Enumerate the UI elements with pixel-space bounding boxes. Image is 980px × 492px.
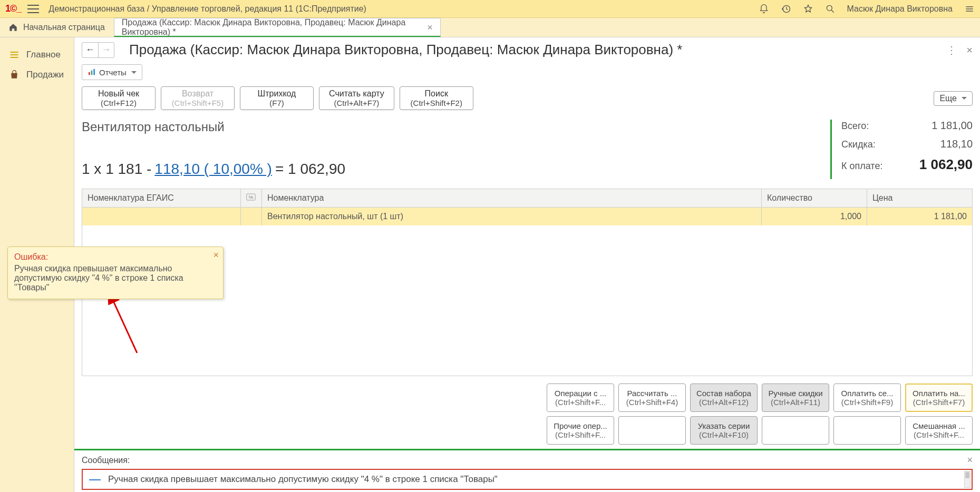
calc-line: 1 х 1 181 - 118,10 ( 10,00% ) = 1 062,90 <box>82 161 830 178</box>
sidebar-item-label: Главное <box>26 50 61 60</box>
action-button-1-0[interactable]: Прочие опер...(Ctrl+Shift+F... <box>547 416 614 445</box>
action-label: Смешанная ... <box>913 421 965 430</box>
user-menu-icon[interactable] <box>964 4 975 14</box>
action-shortcut: (Ctrl+Shift+F9) <box>841 398 893 407</box>
action-label: Рассчитать ... <box>627 389 677 398</box>
action-label: Прочие опер... <box>554 421 607 430</box>
action-button-0-4[interactable]: Оплатить се...(Ctrl+Shift+F9) <box>833 383 901 412</box>
sidebar-item-main[interactable]: Главное <box>0 45 74 65</box>
btn-shortcut: (Ctrl+Alt+F7) <box>329 99 384 107</box>
nav-forward-button[interactable]: → <box>98 43 114 57</box>
discount-link[interactable]: 118,10 ( 10,00% ) <box>154 161 272 178</box>
action-shortcut: (Ctrl+Shift+F... <box>555 430 606 439</box>
toolbar-button-2[interactable]: Штрихкод(F7) <box>240 86 314 110</box>
messages-scrollbar[interactable] <box>964 471 971 488</box>
discount-label: Скидка: <box>841 139 876 150</box>
action-shortcut: (Ctrl+Shift+F... <box>914 430 964 439</box>
action-shortcut: (Ctrl+Shift+F7) <box>913 398 965 407</box>
action-button-0-3[interactable]: Ручные скидки(Ctrl+Alt+F11) <box>762 383 829 412</box>
dropdown-caret-icon <box>962 97 967 100</box>
total-label: Всего: <box>841 121 869 132</box>
th-number[interactable]: № <box>240 189 261 207</box>
calc-prefix: 1 х 1 181 - <box>82 161 151 178</box>
btn-label: Считать карту <box>329 89 384 99</box>
th-egais[interactable]: Номенклатура ЕГАИС <box>82 189 240 207</box>
action-label: Ручные скидки <box>768 389 822 398</box>
th-price[interactable]: Цена <box>867 189 972 207</box>
action-button-0-1[interactable]: Рассчитать ...(Ctrl+Shift+F4) <box>618 383 686 412</box>
tab-close-icon[interactable]: × <box>427 23 433 32</box>
message-text: Ручная скидка превышает максимально допу… <box>108 474 498 485</box>
messages-panel: Сообщения: × — Ручная скидка превышает м… <box>74 449 980 492</box>
messages-close-icon[interactable]: × <box>967 455 973 466</box>
reports-label: Отчеты <box>99 68 127 77</box>
reports-button[interactable]: Отчеты <box>82 64 142 80</box>
tab-sale-label: Продажа (Кассир: Масюк Динара Викторовна… <box>122 18 422 37</box>
app-topbar: 1©_ Демонстрационная база / Управление т… <box>0 0 980 18</box>
action-button-1-1 <box>618 416 686 445</box>
bell-icon[interactable] <box>759 4 769 14</box>
action-button-0-2[interactable]: Состав набора(Ctrl+Alt+F12) <box>690 383 758 412</box>
th-nomenclature[interactable]: Номенклатура <box>261 189 761 207</box>
svg-rect-9 <box>91 71 93 75</box>
list-icon <box>8 49 20 61</box>
action-button-1-2[interactable]: Указать серии(Ctrl+Alt+F10) <box>690 416 758 445</box>
action-button-1-5[interactable]: Смешанная ...(Ctrl+Shift+F... <box>905 416 973 445</box>
svg-point-1 <box>827 5 832 11</box>
action-button-1-4 <box>833 416 901 445</box>
action-label: Состав набора <box>696 389 751 398</box>
toolbar-button-0[interactable]: Новый чек(Ctrl+F12) <box>82 86 156 110</box>
table-row[interactable]: Вентилятор настольный, шт (1 шт)1,0001 1… <box>82 208 972 225</box>
tab-sale[interactable]: Продажа (Кассир: Масюк Динара Викторовна… <box>114 18 441 37</box>
tab-bar: Начальная страница Продажа (Кассир: Масю… <box>0 18 980 37</box>
cell-price: 1 181,00 <box>867 208 972 225</box>
nav-back-button[interactable]: ← <box>82 43 98 57</box>
star-icon[interactable] <box>803 4 813 14</box>
action-button-0-0[interactable]: Операции с ...(Ctrl+Shift+F... <box>547 383 614 412</box>
kebab-icon[interactable]: ⋮ <box>946 45 957 55</box>
btn-label: Штрихкод <box>250 89 304 99</box>
btn-shortcut: (Ctrl+Shift+F2) <box>410 99 463 107</box>
messages-title: Сообщения: <box>82 456 130 465</box>
number-icon: № <box>246 193 256 201</box>
btn-shortcut: (Ctrl+Shift+F5) <box>171 99 225 107</box>
action-shortcut: (Ctrl+Alt+F10) <box>699 430 749 439</box>
action-shortcut: (Ctrl+Shift+F... <box>555 398 606 407</box>
nav-buttons: ← → <box>82 42 114 58</box>
logo-1c: 1©_ <box>5 3 21 14</box>
action-label: Операции с ... <box>555 389 607 398</box>
action-button-0-5[interactable]: Оплатить на...(Ctrl+Shift+F7) <box>905 383 973 412</box>
topay-label: К оплате: <box>841 161 882 172</box>
calc-suffix: = 1 062,90 <box>275 161 345 178</box>
search-icon[interactable] <box>825 4 836 14</box>
total-value: 1 181,00 <box>932 120 973 132</box>
app-title: Демонстрационная база / Управление торго… <box>48 4 366 14</box>
history-icon[interactable] <box>781 4 791 14</box>
message-row[interactable]: — Ручная скидка превышает максимально до… <box>82 469 973 490</box>
btn-label: Поиск <box>410 89 463 99</box>
product-name: Вентилятор настольный <box>82 120 830 134</box>
user-name[interactable]: Масюк Динара Викторовна <box>847 4 953 14</box>
cell-nom: Вентилятор настольный, шт (1 шт) <box>261 208 761 225</box>
tooltip-close-icon[interactable]: × <box>213 250 219 260</box>
tab-home-label: Начальная страница <box>23 23 105 32</box>
more-button[interactable]: Еще <box>934 91 973 106</box>
main-menu-icon[interactable] <box>27 5 39 13</box>
close-form-icon[interactable]: × <box>966 45 973 55</box>
action-shortcut: (Ctrl+Alt+F12) <box>699 398 749 407</box>
chart-icon <box>88 68 96 76</box>
more-label: Еще <box>939 94 957 103</box>
btn-shortcut: (F7) <box>250 99 304 107</box>
th-qty[interactable]: Количество <box>761 189 867 207</box>
page-title: Продажа (Кассир: Масюк Динара Викторовна… <box>129 42 946 58</box>
cell-qty: 1,000 <box>761 208 867 225</box>
svg-text:№: № <box>249 195 254 200</box>
toolbar-button-3[interactable]: Считать карту(Ctrl+Alt+F7) <box>319 86 394 110</box>
svg-rect-8 <box>89 72 90 75</box>
sidebar-item-sales[interactable]: Продажи <box>0 65 74 85</box>
cell-num <box>240 208 261 225</box>
tooltip-title: Ошибка: <box>14 252 207 262</box>
toolbar-button-4[interactable]: Поиск(Ctrl+Shift+F2) <box>400 86 473 110</box>
tab-home[interactable]: Начальная страница <box>0 18 114 37</box>
error-tooltip: × Ошибка: Ручная скидка превышает максим… <box>7 247 224 299</box>
